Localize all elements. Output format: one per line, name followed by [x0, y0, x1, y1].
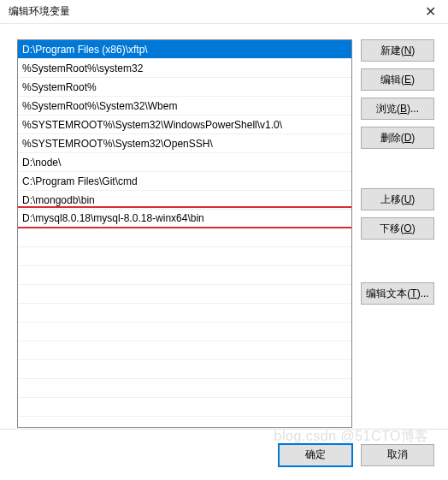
footer: 确定 取消: [0, 429, 448, 480]
browse-button[interactable]: 浏览(B)...: [361, 98, 434, 120]
list-item[interactable]: [18, 247, 351, 266]
move-up-button[interactable]: 上移(U): [361, 188, 434, 210]
list-item[interactable]: %SystemRoot%\System32\Wbem: [18, 97, 351, 116]
close-icon[interactable]: ✕: [420, 3, 441, 20]
list-item[interactable]: [18, 323, 351, 341]
move-down-button[interactable]: 下移(O): [361, 217, 434, 240]
list-item[interactable]: %SystemRoot%: [18, 78, 351, 97]
list-item[interactable]: [18, 341, 351, 360]
ok-button[interactable]: 确定: [279, 444, 352, 466]
edit-text-button[interactable]: 编辑文本(T)...: [361, 282, 434, 305]
button-sidebar: 新建(N) 编辑(E) 浏览(B)... 删除(D) 上移(U) 下移(O) 编…: [361, 39, 434, 428]
list-item[interactable]: [18, 266, 351, 285]
list-item[interactable]: [18, 398, 351, 417]
list-item[interactable]: D:\node\: [18, 153, 351, 172]
list-item-highlighted[interactable]: D:\mysql8.0.18\mysql-8.0.18-winx64\bin: [17, 206, 352, 228]
cancel-button[interactable]: 取消: [361, 444, 434, 466]
client-area: D:\Program Files (x86)\xftp\%SystemRoot%…: [0, 24, 448, 428]
list-item[interactable]: [18, 285, 351, 304]
list-item[interactable]: %SYSTEMROOT%\System32\OpenSSH\: [18, 134, 351, 153]
new-button[interactable]: 新建(N): [361, 39, 434, 62]
path-listbox[interactable]: D:\Program Files (x86)\xftp\%SystemRoot%…: [17, 39, 352, 428]
list-item[interactable]: [18, 379, 351, 398]
list-item[interactable]: [18, 360, 351, 379]
title-bar: 编辑环境变量 ✕: [0, 0, 448, 24]
list-item[interactable]: [18, 304, 351, 323]
list-item[interactable]: D:\Program Files (x86)\xftp\: [18, 40, 351, 59]
list-item[interactable]: %SYSTEMROOT%\System32\WindowsPowerShell\…: [18, 116, 351, 134]
list-item[interactable]: %SystemRoot%\system32: [18, 59, 351, 78]
delete-button[interactable]: 删除(D): [361, 127, 434, 149]
edit-button[interactable]: 编辑(E): [361, 68, 434, 91]
list-item[interactable]: C:\Program Files\Git\cmd: [18, 172, 351, 191]
list-item[interactable]: [18, 228, 351, 247]
window-title: 编辑环境变量: [9, 4, 70, 19]
